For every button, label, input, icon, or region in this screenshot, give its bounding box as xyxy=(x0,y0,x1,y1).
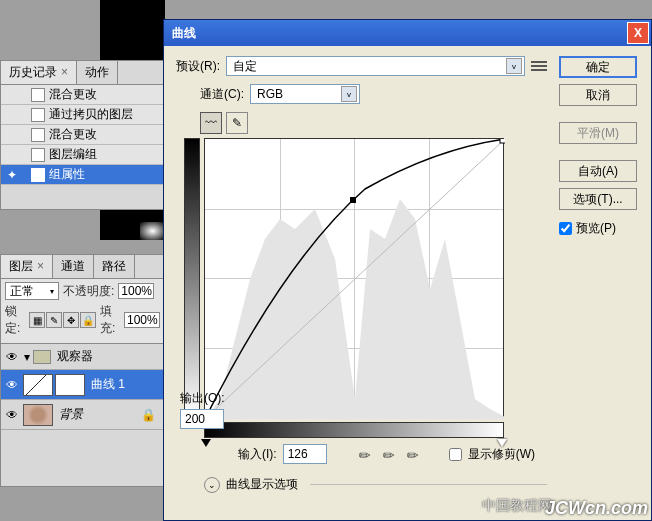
curve-pencil-tool[interactable]: ✎ xyxy=(226,112,248,134)
tab-close[interactable]: × xyxy=(61,65,68,79)
layer-row[interactable]: 👁 背景 🔒 xyxy=(1,400,164,430)
group-expand-icon[interactable]: ▾ xyxy=(21,350,33,364)
eyedrop-white-icon[interactable] xyxy=(403,441,428,466)
preview-label: 预览(P) xyxy=(576,220,616,237)
history-panel: 历史记录× 动作 混合更改 通过拷贝的图层 混合更改 图层编组 ✦组属性 xyxy=(0,60,165,210)
eyedrop-black-icon[interactable] xyxy=(355,441,380,466)
auto-button[interactable]: 自动(A) xyxy=(559,160,637,182)
history-item[interactable]: 通过拷贝的图层 xyxy=(1,105,164,125)
channel-dropdown[interactable]: RGB v xyxy=(250,84,360,104)
curve-graph[interactable] xyxy=(204,138,504,418)
layer-thumb xyxy=(23,404,53,426)
input-value[interactable] xyxy=(283,444,327,464)
dialog-title: 曲线 xyxy=(172,25,196,42)
chevron-down-icon: v xyxy=(506,58,522,74)
fill-input[interactable]: 100% xyxy=(124,312,160,328)
opacity-label: 不透明度: xyxy=(63,283,114,300)
lock-paint-icon[interactable]: ✎ xyxy=(46,312,62,328)
mask-thumb xyxy=(55,374,85,396)
history-item[interactable]: 图层编组 xyxy=(1,145,164,165)
dialog-titlebar[interactable]: 曲线 X xyxy=(164,20,651,46)
tab-close[interactable]: × xyxy=(37,259,44,273)
layer-row-selected[interactable]: 👁 曲线 1 xyxy=(1,370,164,400)
watermark-en: JCWcn.com xyxy=(545,498,648,519)
chevron-down-icon: v xyxy=(341,86,357,102)
display-options-label: 曲线显示选项 xyxy=(226,476,298,493)
lock-move-icon[interactable]: ✥ xyxy=(63,312,79,328)
layers-panel: 图层× 通道 路径 正常▾ 不透明度: 100% 锁定: ▦ ✎ ✥ 🔒 填充:… xyxy=(0,254,165,487)
history-item-selected[interactable]: ✦组属性 xyxy=(1,165,164,185)
blend-mode-select[interactable]: 正常▾ xyxy=(5,282,59,300)
lock-all-icon[interactable]: 🔒 xyxy=(80,312,96,328)
opacity-input[interactable]: 100% xyxy=(118,283,154,299)
output-value[interactable] xyxy=(180,409,224,429)
lock-label: 锁定: xyxy=(5,303,25,337)
cancel-button[interactable]: 取消 xyxy=(559,84,637,106)
white-point-slider[interactable] xyxy=(497,439,507,447)
preview-checkbox[interactable] xyxy=(559,222,572,235)
curve-svg xyxy=(205,139,505,419)
tab-layers[interactable]: 图层× xyxy=(1,255,53,278)
fill-label: 填充: xyxy=(100,303,120,337)
history-brush-icon: ✦ xyxy=(5,168,19,182)
input-label: 输入(I): xyxy=(238,446,277,463)
options-button[interactable]: 选项(T)... xyxy=(559,188,637,210)
history-item[interactable]: 混合更改 xyxy=(1,85,164,105)
curves-dialog: 曲线 X 预设(R): 自定 v 通道(C): RGB v xyxy=(163,19,652,521)
history-item[interactable]: 混合更改 xyxy=(1,125,164,145)
lock-icon: 🔒 xyxy=(141,408,156,422)
output-label: 输出(O): xyxy=(180,390,240,407)
input-gradient[interactable] xyxy=(204,422,504,438)
svg-marker-0 xyxy=(205,199,505,419)
visibility-icon[interactable]: 👁 xyxy=(3,376,21,394)
curve-point-tool[interactable]: 〰 xyxy=(200,112,222,134)
watermark-cn: 中国教程网 xyxy=(482,497,552,515)
visibility-icon[interactable]: 👁 xyxy=(3,348,21,366)
black-point-slider[interactable] xyxy=(201,439,211,447)
expand-options-button[interactable]: ⌄ xyxy=(204,477,220,493)
folder-icon xyxy=(33,350,51,364)
smooth-button: 平滑(M) xyxy=(559,122,637,144)
visibility-icon[interactable]: 👁 xyxy=(3,406,21,424)
tab-channels[interactable]: 通道 xyxy=(53,255,94,278)
layer-group-row[interactable]: 👁 ▾ 观察器 xyxy=(1,344,164,370)
curves-thumb xyxy=(23,374,53,396)
lock-trans-icon[interactable]: ▦ xyxy=(29,312,45,328)
preset-dropdown[interactable]: 自定 v xyxy=(226,56,525,76)
preset-label: 预设(R): xyxy=(176,58,220,75)
svg-rect-4 xyxy=(500,139,505,143)
preset-menu-icon[interactable] xyxy=(531,59,547,73)
svg-rect-2 xyxy=(350,197,356,203)
channel-label: 通道(C): xyxy=(200,86,244,103)
show-clipping-checkbox[interactable] xyxy=(449,448,462,461)
show-clipping-label: 显示修剪(W) xyxy=(468,446,535,463)
eyedrop-gray-icon[interactable] xyxy=(379,441,404,466)
ok-button[interactable]: 确定 xyxy=(559,56,637,78)
tab-history[interactable]: 历史记录× xyxy=(1,61,77,84)
tab-actions[interactable]: 动作 xyxy=(77,61,118,84)
output-gradient xyxy=(184,138,200,418)
close-button[interactable]: X xyxy=(627,22,649,44)
tab-paths[interactable]: 路径 xyxy=(94,255,135,278)
